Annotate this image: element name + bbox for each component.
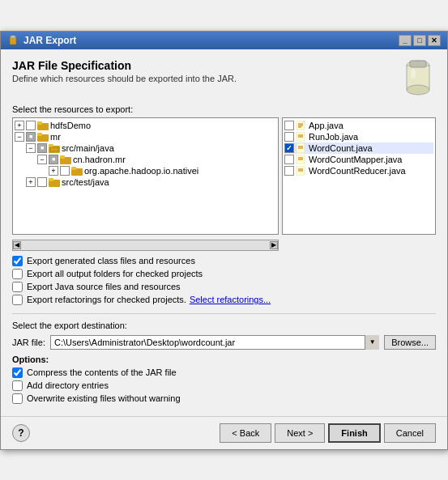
dialog-body: JAR File Specification Define which reso…: [1, 49, 447, 416]
tree-label-cnhadron: cn.hadron.mr: [73, 155, 126, 164]
svg-rect-8: [37, 121, 42, 125]
tree-item-mr[interactable]: − ■ mr: [15, 131, 276, 142]
tree-label-orgapache: org.apache.hadoop.io.nativei: [84, 166, 198, 176]
scroll-right-btn[interactable]: ▶: [270, 241, 278, 249]
svg-point-6: [411, 69, 416, 79]
tree-item-cnhadron[interactable]: − ■ cn.hadron.mr: [37, 154, 276, 165]
export-source-label: Export Java source files and resources: [27, 282, 181, 291]
divider1: [12, 313, 436, 314]
expander-mr[interactable]: −: [15, 132, 24, 142]
footer-buttons: < Back Next > Finish Cancel: [220, 423, 436, 443]
jar-option-adddir: Add directory entries: [12, 380, 436, 391]
tree-item-wordcountreducer[interactable]: WordCountReducer.java: [284, 165, 433, 176]
tree-item-wordcount[interactable]: ✓ WordCount.java: [284, 142, 433, 154]
finish-button[interactable]: Finish: [328, 423, 380, 443]
tree-item-wordcountmapper[interactable]: WordCountMapper.java: [284, 154, 433, 165]
right-tree-panel[interactable]: App.java RunJob.java ✓: [282, 117, 436, 235]
jar-options-label: Options:: [12, 355, 436, 364]
section-title: JAR File Specification: [12, 59, 237, 72]
cb-cnhadron[interactable]: ■: [49, 155, 58, 164]
export-output-label: Export all output folders for checked pr…: [27, 269, 203, 278]
export-dest-label: Select the export destination:: [12, 321, 436, 330]
cb-hdfsdemo[interactable]: [26, 121, 36, 130]
dialog-footer: ? < Back Next > Finish Cancel: [1, 416, 447, 449]
jar-export-dialog: JAR Export _ □ ✕ JAR File Specification …: [0, 31, 448, 450]
folder-icon-cnhadron: [60, 155, 71, 164]
section-desc: Define which resources should be exporte…: [12, 74, 237, 83]
tree-item-srcmainjava[interactable]: − ■ src/main/java: [26, 142, 276, 154]
file-icon-wordcountreducer: [296, 166, 307, 176]
cb-overwrite[interactable]: [12, 393, 23, 404]
expander-srctest[interactable]: +: [26, 177, 36, 187]
title-bar-controls: _ □ ✕: [399, 35, 441, 46]
jar-title-icon: [7, 35, 19, 46]
jar-file-row: JAR file: ▼ Browse...: [12, 335, 436, 350]
horizontal-scrollbar[interactable]: ◀ ▶: [12, 240, 279, 251]
cb-mr[interactable]: ■: [26, 132, 36, 142]
export-option-source: Export Java source files and resources: [12, 282, 436, 292]
file-icon-wordcount: [296, 143, 307, 153]
tree-label-hdfsdemo: hdfsDemo: [50, 121, 91, 130]
minimize-button[interactable]: _: [399, 35, 412, 46]
select-refactorings-link[interactable]: Select refactorings...: [190, 295, 271, 304]
svg-rect-5: [410, 61, 426, 67]
cb-export-refactor[interactable]: [12, 295, 23, 305]
close-button[interactable]: ✕: [428, 35, 441, 46]
cb-srctest[interactable]: [37, 177, 47, 187]
cb-app[interactable]: [284, 121, 294, 130]
cb-srcmain[interactable]: ■: [37, 143, 47, 153]
tree-section-label: Select the resources to export:: [12, 104, 436, 114]
tree-item-runjob[interactable]: RunJob.java: [284, 131, 433, 142]
tree-item-hdfsdemo[interactable]: + hdfsDemo: [15, 120, 276, 131]
title-bar-left: JAR Export: [7, 35, 76, 46]
cancel-button[interactable]: Cancel: [384, 423, 436, 443]
expander-srcmain[interactable]: −: [26, 143, 36, 153]
next-button[interactable]: Next >: [275, 423, 325, 443]
cb-wordcountreducer[interactable]: [284, 166, 294, 176]
cb-orgapache[interactable]: [60, 166, 70, 176]
help-button[interactable]: ?: [12, 424, 30, 442]
jar-icon: [400, 56, 436, 98]
tree-item-app[interactable]: App.java: [284, 120, 433, 131]
browse-button[interactable]: Browse...: [384, 335, 436, 350]
jar-file-input[interactable]: [50, 335, 379, 350]
jar-options-section: Compress the contents of the JAR file Ad…: [12, 367, 436, 404]
tree-label-srcmain: src/main/java: [62, 143, 114, 153]
title-text: JAR Export: [23, 35, 76, 46]
expander-orgapache[interactable]: +: [49, 166, 58, 176]
jar-file-label: JAR file:: [12, 338, 45, 347]
file-label-wordcount: WordCount.java: [309, 143, 373, 153]
maximize-button[interactable]: □: [413, 35, 426, 46]
folder-icon-srcmain: [49, 143, 60, 153]
title-bar: JAR Export _ □ ✕: [1, 32, 447, 49]
scroll-left-btn[interactable]: ◀: [13, 241, 21, 249]
left-tree-panel[interactable]: + hdfsDemo − ■ mr: [12, 117, 279, 235]
file-label-runjob: RunJob.java: [309, 132, 358, 142]
expander-cnhadron[interactable]: −: [37, 155, 47, 164]
folder-icon-hdfsdemo: [37, 121, 49, 130]
export-option-output: Export all output folders for checked pr…: [12, 269, 436, 279]
file-icon-runjob: [296, 132, 307, 142]
cb-wordcountmapper[interactable]: [284, 155, 294, 164]
scrollbar-row: ◀ ▶: [12, 240, 436, 251]
file-label-wordcountreducer: WordCountReducer.java: [309, 166, 406, 176]
export-option-refactor: Export refactorings for checked projects…: [12, 295, 436, 305]
cb-adddir[interactable]: [12, 380, 23, 391]
cb-runjob[interactable]: [284, 132, 294, 142]
tree-item-srctestjava[interactable]: + src/test/java: [26, 176, 276, 188]
tree-label-mr: mr: [50, 132, 61, 142]
svg-rect-19: [49, 178, 53, 181]
scroll-track: [21, 240, 270, 250]
expander-hdfsdemo[interactable]: +: [15, 121, 24, 130]
jar-input-container: ▼: [50, 335, 379, 350]
header-section: JAR File Specification Define which reso…: [12, 59, 237, 91]
back-button[interactable]: < Back: [220, 423, 271, 443]
cb-export-output[interactable]: [12, 269, 23, 279]
svg-rect-1: [11, 36, 15, 38]
jar-dropdown-arrow[interactable]: ▼: [365, 335, 379, 350]
cb-wordcount[interactable]: ✓: [284, 143, 294, 153]
cb-compress[interactable]: [12, 367, 23, 378]
tree-item-orgapache[interactable]: + org.apache.hadoop.io.nativei: [49, 165, 276, 176]
cb-export-class[interactable]: [12, 256, 23, 266]
cb-export-source[interactable]: [12, 282, 23, 292]
